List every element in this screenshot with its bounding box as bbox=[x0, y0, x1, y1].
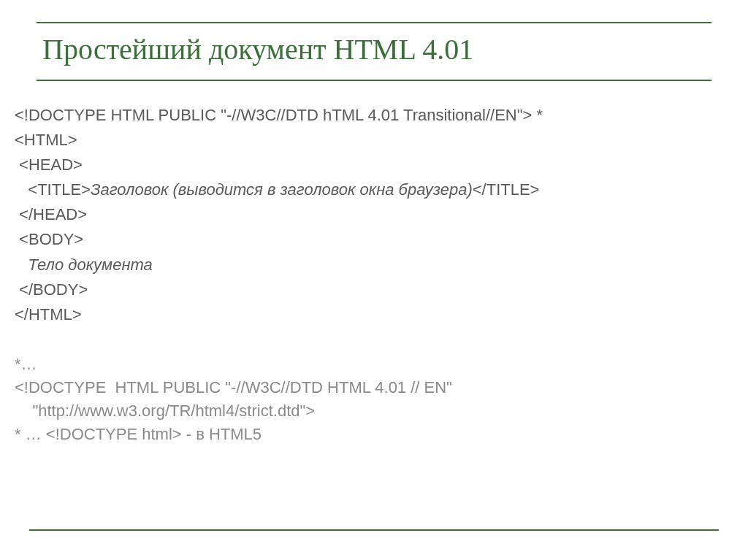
footer-note: *… <!DOCTYPE HTML PUBLIC "-//W3C//DTD HT… bbox=[15, 353, 733, 446]
code-line-head-open: <HEAD> bbox=[15, 153, 733, 177]
title-tag-open: <TITLE> bbox=[15, 180, 91, 199]
footer-line-2: <!DOCTYPE HTML PUBLIC "-//W3C//DTD HTML … bbox=[15, 376, 733, 399]
doctype-text: <!DOCTYPE HTML PUBLIC "-//W3C//DTD hTML … bbox=[15, 106, 532, 124]
slide-title: Простейший документ HTML 4.01 bbox=[37, 32, 711, 66]
footer-line-1: *… bbox=[15, 353, 733, 376]
asterisk-mark: * bbox=[532, 106, 543, 124]
title-tag-close: </TITLE> bbox=[473, 180, 540, 199]
title-tag-content: Заголовок (выводится в заголовок окна бр… bbox=[91, 180, 473, 199]
code-line-head-close: </HEAD> bbox=[15, 202, 733, 227]
code-line-title: <TITLE>Заголовок (выводится в заголовок … bbox=[15, 177, 733, 202]
code-line-doctype: <!DOCTYPE HTML PUBLIC "-//W3C//DTD hTML … bbox=[15, 103, 733, 128]
slide-container: Простейший документ HTML 4.01 <!DOCTYPE … bbox=[0, 0, 748, 560]
code-line-body-content: Тело документа bbox=[15, 253, 733, 277]
bottom-divider bbox=[29, 529, 719, 531]
code-line-body-open: <BODY> bbox=[15, 227, 733, 252]
footer-line-4: * … <!DOCTYPE html> - в HTML5 bbox=[15, 423, 733, 446]
footer-line-3: "http://www.w3.org/TR/html4/strict.dtd"> bbox=[15, 399, 733, 423]
code-line-body-close: </BODY> bbox=[15, 277, 733, 302]
body-content-text: Тело документа bbox=[28, 256, 153, 274]
slide-content: <!DOCTYPE HTML PUBLIC "-//W3C//DTD hTML … bbox=[7, 103, 741, 445]
code-line-html-open: <HTML> bbox=[15, 128, 733, 153]
code-line-html-close: </HTML> bbox=[15, 302, 733, 327]
body-indent bbox=[15, 256, 28, 274]
title-box: Простейший документ HTML 4.01 bbox=[37, 22, 711, 81]
